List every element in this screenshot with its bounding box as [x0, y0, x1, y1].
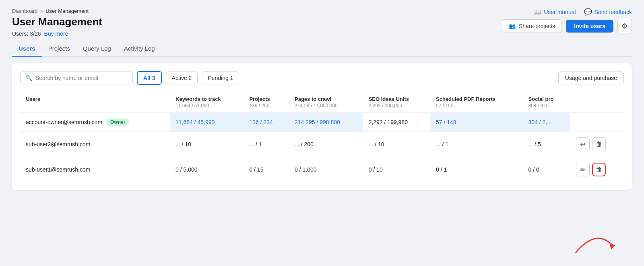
owner-keywords-cell: 11,684 / 45,990 — [170, 113, 244, 132]
sub2-pdf-cell: ... / 1 — [430, 132, 523, 157]
user-cell-sub1: sub-user1@semrush.com — [20, 157, 170, 182]
table-wrapper: Users Keywords to track 11,684 / 51,000 … — [20, 92, 624, 182]
settings-icon: ⚙ — [621, 22, 628, 31]
sub2-projects-cell: ... / 1 — [244, 132, 289, 157]
filters-left: 🔍 All 3 Active 2 Pending 1 — [20, 71, 239, 85]
share-projects-label: Share projects — [519, 23, 555, 29]
restore-button[interactable]: ↩ — [576, 137, 590, 151]
owner-actions-cell — [570, 113, 624, 132]
col-pages: Pages to crawl 214,295 / 1,000,000 — [289, 92, 363, 113]
user-cell-owner: account-owner@semrush.com Owner — [20, 113, 170, 132]
sub2-seo-cell: ... / 10 — [363, 132, 430, 157]
sub1-actions-cell: ✏ 🗑 — [570, 157, 624, 182]
tab-activity-log[interactable]: Activity Log — [118, 41, 161, 57]
tab-query-log[interactable]: Query Log — [76, 41, 118, 57]
breadcrumb-current: User Management — [45, 8, 89, 14]
filter-active-button[interactable]: Active 2 — [166, 72, 198, 84]
send-feedback-link[interactable]: 💬 Send feedback — [584, 8, 632, 16]
page-container: Dashboard > User Management User Managem… — [0, 0, 644, 266]
col-projects: Projects 136 / 250 — [244, 92, 289, 113]
delete-button-highlighted[interactable]: 🗑 — [592, 163, 606, 176]
sub2-actions-cell: ↩ 🗑 — [570, 132, 624, 157]
invite-users-button[interactable]: Invite users — [566, 20, 613, 33]
breadcrumb-separator: > — [40, 8, 43, 14]
sub2-pages-cell: ... / 200 — [289, 132, 363, 157]
sub1-social-cell: 0 / 0 — [523, 157, 570, 182]
users-table: Users Keywords to track 11,684 / 51,000 … — [20, 92, 624, 182]
table-header-row: Users Keywords to track 11,684 / 51,000 … — [20, 92, 624, 113]
users-count-row: Users: 3/26 Buy more — [12, 31, 102, 37]
main-card: 🔍 All 3 Active 2 Pending 1 Usage and pur… — [12, 63, 632, 190]
users-count-text: Users: 3/26 — [12, 31, 41, 37]
sub1-pdf-cell: 0 / 1 — [430, 157, 523, 182]
edit-button[interactable]: ✏ — [576, 163, 590, 176]
top-header: Dashboard > User Management User Managem… — [12, 8, 632, 37]
header-right: 📖 User manual 💬 Send feedback 👥 Share pr… — [502, 8, 632, 33]
filter-all-button[interactable]: All 3 — [137, 71, 162, 85]
col-keywords: Keywords to track 11,684 / 51,000 — [170, 92, 244, 113]
sub2-social-cell: ... / 5 — [523, 132, 570, 157]
owner-seo-cell: 2,292 / 199,980 — [363, 113, 430, 132]
col-social: Social pro 304 / 3,0... — [523, 92, 570, 113]
table-row: account-owner@semrush.com Owner 11,684 /… — [20, 113, 624, 132]
restore-icon: ↩ — [580, 141, 585, 148]
header-links-row: 📖 User manual 💬 Send feedback — [533, 8, 632, 16]
search-icon: 🔍 — [25, 75, 32, 81]
owner-badge: Owner — [106, 119, 129, 126]
tabs-row: Users Projects Query Log Activity Log — [12, 41, 632, 57]
col-users: Users — [20, 92, 170, 113]
header-left: Dashboard > User Management User Managem… — [12, 8, 102, 37]
table-row: sub-user2@semrush.com ... / 10 ... / 1 .… — [20, 132, 624, 157]
filters-row: 🔍 All 3 Active 2 Pending 1 Usage and pur… — [20, 71, 624, 85]
owner-pdf-cell: 57 / 148 — [430, 113, 523, 132]
send-feedback-label: Send feedback — [594, 9, 632, 15]
page-title: User Management — [12, 16, 102, 28]
header-buttons-row: 👥 Share projects Invite users ⚙ — [502, 19, 632, 33]
share-projects-icon: 👥 — [509, 23, 516, 29]
send-feedback-icon: 💬 — [584, 8, 592, 16]
user-manual-label: User manual — [544, 9, 576, 15]
delete-button[interactable]: 🗑 — [592, 137, 606, 151]
table-row: sub-user1@semrush.com 0 / 5,000 0 / 15 0… — [20, 157, 624, 182]
owner-pages-cell: 214,295 / 998,800 — [289, 113, 363, 132]
usage-purchase-button[interactable]: Usage and purchase — [558, 72, 624, 84]
sub1-seo-cell: 0 / 10 — [363, 157, 430, 182]
buy-more-link[interactable]: Buy more — [44, 31, 68, 37]
breadcrumb-home[interactable]: Dashboard — [12, 8, 38, 14]
sub2-email: sub-user2@semrush.com — [26, 141, 91, 147]
delete-icon: 🗑 — [596, 141, 602, 148]
user-manual-link[interactable]: 📖 User manual — [533, 8, 576, 16]
tab-users[interactable]: Users — [12, 41, 42, 57]
settings-button[interactable]: ⚙ — [617, 19, 632, 33]
col-actions — [570, 92, 624, 113]
user-cell-sub2: sub-user2@semrush.com — [20, 132, 170, 157]
tab-projects[interactable]: Projects — [42, 41, 76, 57]
share-projects-button[interactable]: 👥 Share projects — [502, 19, 562, 33]
arrow-svg — [572, 225, 620, 257]
search-input[interactable] — [35, 75, 128, 81]
sub1-email: sub-user1@semrush.com — [26, 166, 91, 173]
arrow-annotation — [572, 225, 620, 258]
sub2-keywords-cell: ... / 10 — [170, 132, 244, 157]
col-pdf: Scheduled PDF Reports 57 / 150 — [430, 92, 523, 113]
user-manual-icon: 📖 — [533, 8, 541, 16]
delete-icon-highlighted: 🗑 — [596, 166, 602, 173]
owner-projects-cell: 136 / 234 — [244, 113, 289, 132]
svg-marker-0 — [609, 242, 615, 250]
breadcrumb: Dashboard > User Management — [12, 8, 102, 14]
search-box[interactable]: 🔍 — [20, 72, 133, 84]
col-seo: SEO Ideas Units 2,292 / 200,000 — [363, 92, 430, 113]
edit-icon: ✏ — [580, 166, 585, 174]
sub1-projects-cell: 0 / 15 — [244, 157, 289, 182]
owner-social-cell: 304 / 2,... — [523, 113, 570, 132]
sub1-pages-cell: 0 / 1,000 — [289, 157, 363, 182]
filter-pending-button[interactable]: Pending 1 — [202, 72, 239, 84]
sub1-keywords-cell: 0 / 5,000 — [170, 157, 244, 182]
owner-email: account-owner@semrush.com — [26, 119, 102, 125]
